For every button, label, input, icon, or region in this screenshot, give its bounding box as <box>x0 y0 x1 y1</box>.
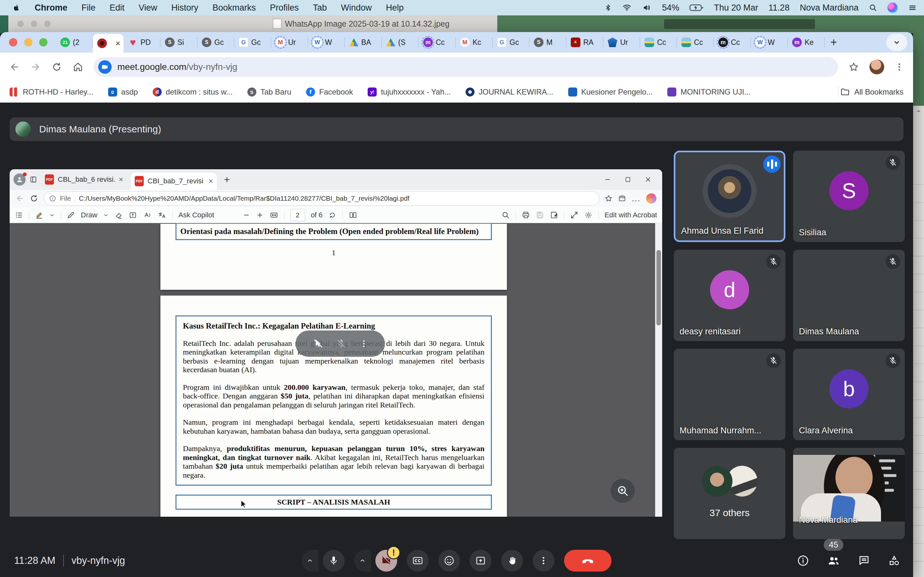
activities-button[interactable] <box>888 554 900 567</box>
menu-help[interactable]: Help <box>386 3 404 13</box>
mic-options-chevron[interactable] <box>302 550 318 572</box>
new-tab-button[interactable]: + <box>830 35 837 49</box>
tile-deasy[interactable]: d deasy renitasari <box>674 250 785 341</box>
forward-button[interactable] <box>30 61 41 73</box>
page-view-icon[interactable] <box>349 211 357 219</box>
profile-avatar[interactable] <box>869 60 884 74</box>
save-as-icon[interactable] <box>550 211 558 219</box>
tile-dimas[interactable]: Dimas Maulana <box>793 250 905 341</box>
back-button[interactable] <box>9 61 20 73</box>
settings-gear-icon[interactable] <box>584 211 593 219</box>
minimize-icon[interactable] <box>604 176 612 183</box>
siri-icon[interactable] <box>887 3 898 13</box>
tile-ahmad[interactable]: Ahmad Unsa El Farid <box>674 151 785 242</box>
ask-copilot-label[interactable]: Ask Copilot <box>178 211 214 219</box>
meet-presentation-overlay[interactable] <box>296 330 385 357</box>
edge-reload-icon[interactable] <box>29 194 39 203</box>
edit-with-acrobat-button[interactable]: Edit with Acrobat <box>604 211 657 219</box>
bookmark-kuesioner[interactable]: Kuesioner Pengelo... <box>568 87 653 97</box>
eraser-icon[interactable] <box>115 211 123 219</box>
tab-si[interactable]: SSi <box>160 32 197 53</box>
edge-more-icon[interactable]: … <box>632 193 641 203</box>
tab-ur2[interactable]: Ur <box>603 32 640 53</box>
rotate-icon[interactable] <box>328 211 336 219</box>
raise-hand-button[interactable] <box>501 550 523 572</box>
tab-ur1[interactable]: MUr <box>271 32 308 53</box>
window-traffic-lights[interactable] <box>0 38 56 47</box>
reload-button[interactable] <box>51 61 62 73</box>
minimize-window-button[interactable] <box>24 38 32 47</box>
spotlight-search-icon[interactable] <box>869 3 877 12</box>
maximize-icon[interactable] <box>624 176 632 183</box>
bookmark-yahoo[interactable]: y!tujuhxxxxxxx - Yah... <box>368 87 451 97</box>
fullscreen-icon[interactable] <box>570 211 578 219</box>
tab-meet-active[interactable]: × <box>93 34 124 53</box>
tile-sisiliaa[interactable]: S Sisiliaa <box>793 151 905 242</box>
tab-s[interactable]: (S <box>382 32 419 53</box>
bookmark-asdp[interactable]: 0asdp <box>108 87 138 97</box>
bookmark-monitoring[interactable]: MONITORING UJI... <box>667 87 750 97</box>
people-button[interactable]: 45 <box>827 554 840 567</box>
camera-button[interactable]: ! <box>375 550 397 572</box>
bookmark-detikcom[interactable]: ddetikcom : situs w... <box>153 87 233 97</box>
translate-icon[interactable] <box>158 211 166 219</box>
bookmark-tab-baru[interactable]: STab Baru <box>247 87 291 97</box>
close-tab-icon[interactable]: × <box>119 175 123 184</box>
volume-icon[interactable] <box>642 3 652 12</box>
copilot-icon[interactable] <box>646 193 656 203</box>
edge-tab-bab6[interactable]: PDF CBL_bab_6 revisi.pdf × <box>41 169 127 190</box>
draw-pen-icon[interactable] <box>67 211 75 219</box>
bookmark-journal[interactable]: JOURNAL KEWIRA... <box>465 87 553 97</box>
page-number-input[interactable]: 2 <box>290 209 305 221</box>
tab-kc[interactable]: MKc <box>456 32 493 53</box>
meeting-details-button[interactable] <box>797 554 809 567</box>
print-icon[interactable] <box>522 211 530 219</box>
draw-label[interactable]: Draw <box>81 211 97 219</box>
edge-favorite-star-icon[interactable] <box>604 194 613 203</box>
more-options-icon[interactable] <box>359 339 368 348</box>
edge-new-tab-button[interactable]: + <box>224 174 230 185</box>
bluetooth-icon[interactable] <box>604 3 612 12</box>
zoom-out-icon[interactable] <box>242 211 250 219</box>
close-tab-icon[interactable]: × <box>115 39 120 47</box>
read-aloud-icon[interactable] <box>143 211 152 219</box>
chat-button[interactable] <box>858 554 870 567</box>
zoom-window-button[interactable] <box>39 38 47 47</box>
tab-cc3[interactable]: Cc <box>677 32 714 53</box>
tile-others[interactable]: 37 others <box>674 448 785 539</box>
menubar-user[interactable]: Nova Mardiana <box>800 3 859 13</box>
tab-cc1[interactable]: mCc <box>419 32 456 53</box>
fit-width-icon[interactable] <box>270 211 278 219</box>
chevron-down-icon[interactable] <box>49 212 55 218</box>
pdf-content-area[interactable]: Orientasi pada masalah/Defining the Prob… <box>10 223 662 517</box>
apple-logo-icon[interactable] <box>12 3 21 13</box>
tab-m[interactable]: SM <box>529 32 566 53</box>
tab-ke[interactable]: mKe <box>788 32 825 53</box>
tab-cc2[interactable]: Cc <box>640 32 677 53</box>
address-bar[interactable]: meet.google.com/vby-nyfn-vjg <box>94 57 838 77</box>
text-box-icon[interactable] <box>129 211 137 219</box>
search-icon[interactable] <box>501 211 510 219</box>
tile-nova-video[interactable]: Nova Mardiana <box>793 448 905 539</box>
menu-view[interactable]: View <box>139 3 157 13</box>
chevron-down-icon[interactable] <box>103 212 109 218</box>
tile-muhamad[interactable]: Muhamad Nurrahm... <box>674 349 785 440</box>
menu-profiles[interactable]: Profiles <box>270 3 299 13</box>
present-button[interactable] <box>470 550 491 572</box>
edge-collections-icon[interactable] <box>618 194 626 203</box>
tab-gc1[interactable]: SGc <box>197 32 234 53</box>
tile-clara[interactable]: b Clara Alverina <box>793 349 905 440</box>
tab-cc4[interactable]: mCc <box>714 32 751 53</box>
pdf-scrollbar[interactable] <box>655 223 662 517</box>
end-call-button[interactable] <box>564 550 612 572</box>
scrollbar-thumb[interactable] <box>656 250 661 326</box>
pointer-off-icon[interactable] <box>312 338 323 349</box>
control-center-icon[interactable] <box>908 3 917 12</box>
tab-ra[interactable]: KRA <box>566 32 603 53</box>
tab-w1[interactable]: WW <box>308 32 345 53</box>
save-icon[interactable] <box>536 211 544 219</box>
mic-off-dim-icon[interactable] <box>336 338 347 349</box>
close-tab-icon[interactable]: × <box>208 177 213 185</box>
tab-w2[interactable]: WW <box>751 32 788 53</box>
edge-workspaces-icon[interactable] <box>29 176 37 183</box>
